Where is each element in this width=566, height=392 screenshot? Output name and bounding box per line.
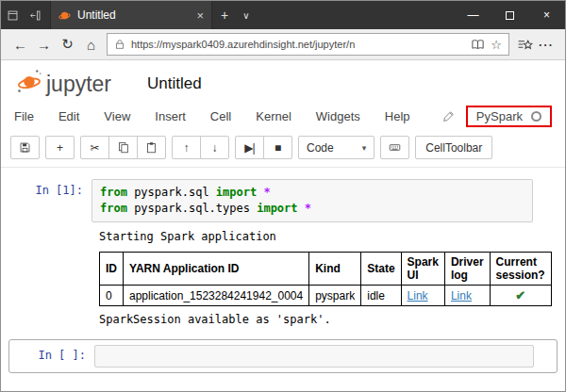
hub-star-lines-icon — [517, 37, 533, 53]
input-prompt-1: In [1]: — [10, 179, 92, 222]
tab-close-icon[interactable]: × — [196, 8, 204, 23]
code-cell-1[interactable]: In [1]: from pyspark.sql import * from p… — [10, 179, 556, 222]
move-group: ↑ ↓ — [172, 136, 229, 159]
home-button[interactable]: ⌂ — [79, 37, 103, 53]
code-token: pyspark.sql.types — [127, 202, 257, 215]
cut-button[interactable]: ✂ — [80, 136, 109, 159]
save-button[interactable] — [10, 136, 40, 159]
move-cell-down-button[interactable]: ↓ — [200, 136, 229, 159]
copy-icon — [117, 141, 129, 154]
spark-ui-link[interactable]: Link — [401, 286, 444, 306]
menu-help[interactable]: Help — [385, 109, 410, 123]
menu-kernel[interactable]: Kernel — [256, 109, 291, 123]
interrupt-kernel-button[interactable]: ■ — [263, 136, 292, 159]
new-tab-button[interactable]: + — [212, 8, 237, 23]
cell-output: Starting Spark application ID YARN Appli… — [99, 230, 533, 326]
menubar-right: PySpark — [441, 106, 552, 127]
driver-log-link[interactable]: Link — [444, 286, 490, 306]
notebook-toolbar: + ✂ ↑ ↓ ▶| ■ Code ▾ — [1, 132, 565, 168]
browser-window: Untitled × + ∨ — × ← → ↻ ⌂ https://myspa… — [0, 0, 566, 392]
edit-mode-pencil-icon — [441, 110, 455, 123]
maximize-button[interactable] — [491, 1, 528, 29]
col-header-current-session: Current session? — [490, 253, 551, 286]
back-button[interactable]: ← — [8, 37, 32, 53]
run-group: ▶| ■ — [235, 136, 292, 159]
notebook-title[interactable]: Untitled — [147, 74, 202, 93]
run-cell-button[interactable]: ▶| — [235, 136, 264, 159]
spark-session-table: ID YARN Application ID Kind State Spark … — [99, 252, 552, 306]
address-bar[interactable]: https://myspark0409.azurehdinsight.net/j… — [107, 33, 509, 56]
menu-insert[interactable]: Insert — [155, 109, 186, 123]
col-header-id: ID — [100, 253, 124, 286]
paste-button[interactable] — [137, 136, 166, 159]
jupyter-header: jupyter Untitled — [1, 60, 565, 97]
tab-list-chevron-icon[interactable]: ∨ — [237, 10, 256, 21]
code-token: import — [216, 186, 257, 199]
tabs-aside-glyph-icon — [29, 9, 42, 22]
refresh-button[interactable]: ↻ — [56, 36, 79, 53]
code-input-1[interactable]: from pyspark.sql import * from pyspark.s… — [92, 179, 533, 222]
table-row: 0 application_1523284241942_0004 pyspark… — [100, 286, 552, 306]
menu-widgets[interactable]: Widgets — [316, 109, 360, 123]
cell-state: idle — [361, 286, 401, 306]
menubar: File Edit View Insert Cell Kernel Widget… — [1, 97, 565, 132]
col-header-state: State — [361, 253, 401, 286]
cell-type-select[interactable]: Code ▾ — [298, 136, 375, 159]
favorite-star-icon[interactable]: ☆ — [491, 38, 502, 52]
floppy-icon — [19, 141, 31, 154]
current-session-check-icon: ✔ — [490, 286, 551, 306]
kernel-indicator-annotation: PySpark — [466, 106, 552, 127]
cell-id: 0 — [100, 286, 124, 306]
code-token: import — [257, 202, 297, 215]
paste-icon — [145, 141, 158, 154]
forward-button[interactable]: → — [32, 37, 56, 53]
code-token: * — [305, 202, 311, 215]
copy-button[interactable] — [108, 136, 138, 159]
menu-edit[interactable]: Edit — [58, 109, 79, 123]
col-header-yarn-application-id: YARN Application ID — [124, 253, 309, 286]
move-cell-up-button[interactable]: ↑ — [172, 136, 201, 159]
browser-tab[interactable]: Untitled × — [50, 1, 212, 29]
code-input-2[interactable] — [94, 345, 534, 368]
kernel-name: PySpark — [476, 109, 523, 123]
command-palette-button[interactable] — [380, 136, 409, 159]
menu-cell[interactable]: Cell — [210, 109, 231, 123]
clipboard-group: ✂ — [80, 136, 166, 159]
minimize-button[interactable]: — — [455, 1, 491, 29]
cell-type-value: Code — [307, 141, 334, 155]
code-cell-2-selected[interactable]: In [ ]: — [8, 339, 558, 373]
code-token: from — [100, 186, 127, 199]
code-token: from — [100, 202, 127, 215]
keyboard-icon — [389, 141, 401, 154]
col-header-kind: Kind — [309, 253, 361, 286]
url-text[interactable]: https://myspark0409.azurehdinsight.net/j… — [131, 39, 465, 50]
maximize-icon — [506, 11, 514, 20]
jupyter-favicon — [58, 9, 71, 22]
cell-yarn-application-id: application_1523284241942_0004 — [124, 286, 309, 306]
jupyter-logo-text: jupyter — [46, 74, 111, 95]
close-window-button[interactable]: × — [528, 1, 565, 29]
more-options-button[interactable]: ⋯ — [533, 36, 558, 54]
code-token: * — [263, 186, 270, 199]
table-header-row: ID YARN Application ID Kind State Spark … — [100, 253, 552, 286]
lock-icon — [114, 39, 125, 50]
tabs-aside-icon[interactable] — [24, 1, 46, 29]
col-header-driver-log: Driver log — [444, 253, 490, 286]
window-outline-icon — [7, 9, 19, 22]
browser-nav-toolbar: ← → ↻ ⌂ https://myspark0409.azurehdinsig… — [1, 29, 565, 60]
menu-file[interactable]: File — [14, 109, 34, 123]
celltoolbar-button[interactable]: CellToolbar — [415, 136, 492, 159]
jupyter-page: jupyter Untitled File Edit View Insert C… — [1, 60, 565, 391]
menu-view[interactable]: View — [104, 109, 130, 123]
jupyter-logo[interactable]: jupyter — [14, 67, 111, 95]
code-line-1: from pyspark.sql import * — [100, 185, 524, 201]
tab-preview-icon[interactable] — [1, 1, 24, 29]
chevron-down-icon: ▾ — [362, 143, 367, 153]
add-cell-button[interactable]: + — [45, 136, 75, 159]
reading-view-icon[interactable] — [471, 38, 485, 52]
tab-title: Untitled — [77, 8, 190, 22]
hub-icon[interactable] — [517, 37, 533, 53]
code-token: pyspark.sql — [127, 186, 216, 199]
spark-status-text: Starting Spark application — [99, 230, 533, 243]
titlebar: Untitled × + ∨ — × — [1, 1, 565, 29]
